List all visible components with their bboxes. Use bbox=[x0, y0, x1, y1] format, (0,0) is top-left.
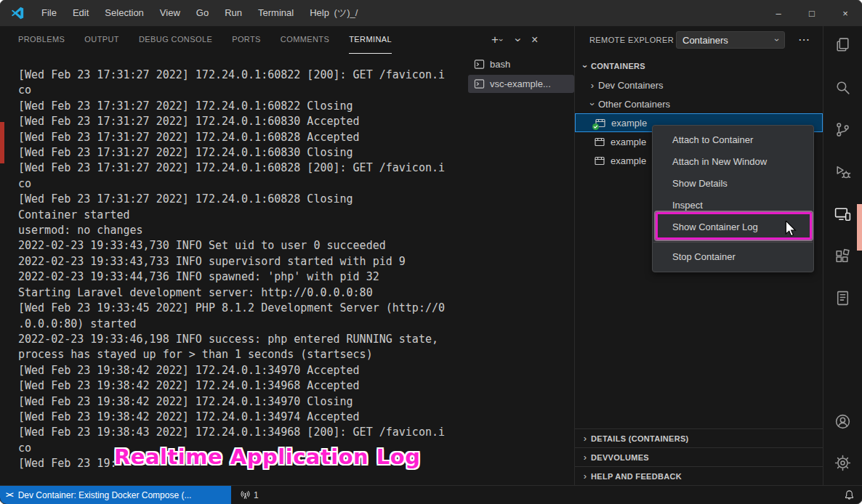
extensions-icon[interactable] bbox=[823, 248, 862, 268]
notifications-bell-button[interactable] bbox=[844, 486, 855, 504]
terminal-icon bbox=[474, 59, 485, 70]
terminal-line: 2022-02-23 19:33:44,736 INFO spawned: 'p… bbox=[18, 269, 467, 285]
terminal-line: 2022-02-23 19:33:43,733 INFO supervisord… bbox=[18, 254, 467, 269]
tree-label: Other Containers bbox=[598, 99, 670, 110]
search-icon[interactable] bbox=[823, 78, 862, 99]
menu-item-stop-container[interactable]: Stop Container bbox=[653, 246, 813, 268]
panel-tab-bar: PROBLEMS OUTPUT DEBUG CONSOLE PORTS COMM… bbox=[0, 26, 574, 54]
terminal-line: [Wed Feb 23 19:38:42 2022] 172.24.0.1:34… bbox=[18, 378, 467, 394]
ports-count: 1 bbox=[254, 490, 259, 500]
vscode-logo-icon bbox=[10, 6, 25, 20]
terminal-line: Container started bbox=[18, 208, 467, 223]
menu-view[interactable]: View bbox=[152, 3, 188, 23]
tree-label: example bbox=[611, 118, 647, 129]
close-button[interactable]: × bbox=[829, 0, 862, 26]
window-controls: – □ × bbox=[762, 0, 862, 26]
maximize-button[interactable]: □ bbox=[795, 0, 829, 26]
terminal-line: [Wed Feb 23 19:33:45 2022] PHP 8.1.2 Dev… bbox=[18, 301, 467, 316]
terminal-line: Starting Laravel development server: htt… bbox=[18, 285, 467, 301]
terminal-line: [Wed Feb 23 19:38:43 2022] 172.24.0.1:34… bbox=[18, 425, 467, 440]
vscode-window: File Edit Selection View Go Run Terminal… bbox=[0, 0, 862, 504]
remote-type-select[interactable]: Containers › bbox=[676, 31, 785, 49]
account-icon[interactable] bbox=[823, 412, 862, 433]
menu-file[interactable]: File bbox=[33, 3, 65, 23]
terminal-line: co bbox=[18, 176, 467, 192]
chevron-right-icon: › bbox=[579, 452, 591, 463]
tree-label: Dev Containers bbox=[598, 80, 664, 91]
context-menu: Attach to Container Attach in New Window… bbox=[652, 125, 814, 272]
minimize-button[interactable]: – bbox=[762, 0, 795, 26]
tree-item-other-containers[interactable]: › Other Containers bbox=[575, 94, 823, 113]
tree-label: example bbox=[611, 155, 646, 166]
terminal-line: usermod: no changes bbox=[18, 223, 467, 238]
section-help-and-feedback[interactable]: › HELP AND FEEDBACK bbox=[575, 466, 823, 485]
terminal-line: co bbox=[18, 83, 467, 98]
terminal-line: [Wed Feb 23 19:38:42 2022] 172.24.0.1:34… bbox=[18, 410, 467, 425]
menu-go[interactable]: Go bbox=[188, 3, 217, 23]
chevron-down-icon: › bbox=[587, 98, 598, 110]
terminal-line: [Wed Feb 23 17:31:27 2022] 172.24.0.1:60… bbox=[18, 99, 467, 114]
tab-terminal[interactable]: TERMINAL bbox=[349, 26, 392, 54]
menu-selection[interactable]: Selection bbox=[97, 3, 151, 23]
tab-ports[interactable]: PORTS bbox=[232, 26, 261, 54]
menu-item-inspect[interactable]: Inspect bbox=[653, 195, 813, 216]
menu-edit[interactable]: Edit bbox=[65, 3, 97, 23]
terminal-line: .0.0.0:80) started bbox=[18, 317, 467, 332]
chevron-right-icon: › bbox=[587, 80, 598, 91]
running-status-badge bbox=[592, 123, 599, 130]
terminal-icon bbox=[474, 78, 485, 89]
tree-item-dev-containers[interactable]: › Dev Containers bbox=[575, 76, 823, 94]
settings-gear-icon[interactable] bbox=[823, 454, 862, 474]
menu-item-show-details[interactable]: Show Details bbox=[653, 173, 813, 195]
tree-item-containers[interactable]: › CONTAINERS bbox=[575, 57, 823, 76]
annotation-text: Realtime Application Log bbox=[114, 444, 421, 469]
section-label: DETAILS (CONTAINERS) bbox=[591, 434, 689, 443]
terminal-line: 2022-02-23 19:33:43,730 INFO Set uid to … bbox=[18, 238, 467, 253]
title-bar: File Edit Selection View Go Run Terminal… bbox=[0, 0, 862, 27]
tab-output[interactable]: OUTPUT bbox=[84, 26, 119, 54]
annotation-strip-left bbox=[0, 122, 4, 163]
chevron-down-icon: › bbox=[580, 60, 591, 72]
new-terminal-dropdown-icon[interactable]: › bbox=[497, 38, 506, 41]
terminal-line: [Wed Feb 23 17:31:27 2022] 172.24.0.1:60… bbox=[18, 130, 467, 145]
terminal-sessions-list: bash vsc-example... bbox=[468, 54, 574, 93]
annotation-strip-right bbox=[857, 204, 862, 251]
terminal-line: 2022-02-23 19:33:46,198 INFO success: ph… bbox=[18, 332, 467, 347]
ports-indicator[interactable]: 1 bbox=[240, 486, 259, 504]
section-devvolumes[interactable]: › DEVVOLUMES bbox=[575, 447, 823, 466]
source-control-icon[interactable] bbox=[823, 121, 862, 141]
remote-type-value: Containers bbox=[682, 35, 728, 46]
remote-status-button[interactable]: >< Dev Container: Existing Docker Compos… bbox=[0, 486, 231, 504]
terminal-session-vsc-example[interactable]: vsc-example... bbox=[468, 75, 574, 93]
tab-debug-console[interactable]: DEBUG CONSOLE bbox=[139, 26, 212, 54]
container-icon bbox=[594, 155, 605, 166]
panel-actions: + › › × bbox=[491, 26, 538, 54]
radio-tower-icon bbox=[240, 489, 251, 500]
chevron-right-icon: › bbox=[579, 471, 591, 481]
explorer-icon[interactable] bbox=[823, 36, 862, 57]
terminal-session-bash[interactable]: bash bbox=[468, 55, 574, 73]
menu-separator bbox=[653, 242, 813, 243]
menu-item-attach-in-new-window[interactable]: Attach in New Window bbox=[653, 151, 813, 173]
terminal-line: [Wed Feb 23 17:31:27 2022] 172.24.0.1:60… bbox=[18, 114, 467, 129]
tree-label: example bbox=[611, 137, 646, 147]
more-actions-button[interactable]: ⋯ bbox=[798, 33, 810, 46]
close-panel-button[interactable]: × bbox=[531, 33, 538, 46]
tab-problems[interactable]: PROBLEMS bbox=[18, 26, 65, 54]
window-title: (ツ)_/ bbox=[288, 7, 404, 20]
run-debug-icon[interactable] bbox=[823, 163, 862, 184]
terminal-line: [Wed Feb 23 17:31:27 2022] 172.24.0.1:60… bbox=[18, 160, 467, 176]
tab-comments[interactable]: COMMENTS bbox=[281, 26, 329, 54]
remote-status-label: Dev Container: Existing Docker Compose (… bbox=[18, 490, 192, 500]
panel-collapse-icon[interactable]: › bbox=[511, 38, 524, 41]
chevron-down-icon: › bbox=[772, 38, 782, 41]
terminal-output[interactable]: [Wed Feb 23 17:31:27 2022] 172.24.0.1:60… bbox=[0, 54, 467, 485]
menu-run[interactable]: Run bbox=[217, 3, 250, 23]
menu-item-attach-to-container[interactable]: Attach to Container bbox=[653, 129, 813, 151]
mouse-cursor bbox=[784, 221, 798, 241]
terminal-line: [Wed Feb 23 17:31:27 2022] 172.24.0.1:60… bbox=[18, 145, 467, 160]
container-icon bbox=[594, 136, 605, 147]
section-details-containers[interactable]: › DETAILS (CONTAINERS) bbox=[575, 428, 823, 447]
terminal-line: process has stayed up for > than 1 secon… bbox=[18, 347, 467, 362]
log-report-icon[interactable] bbox=[823, 289, 862, 309]
